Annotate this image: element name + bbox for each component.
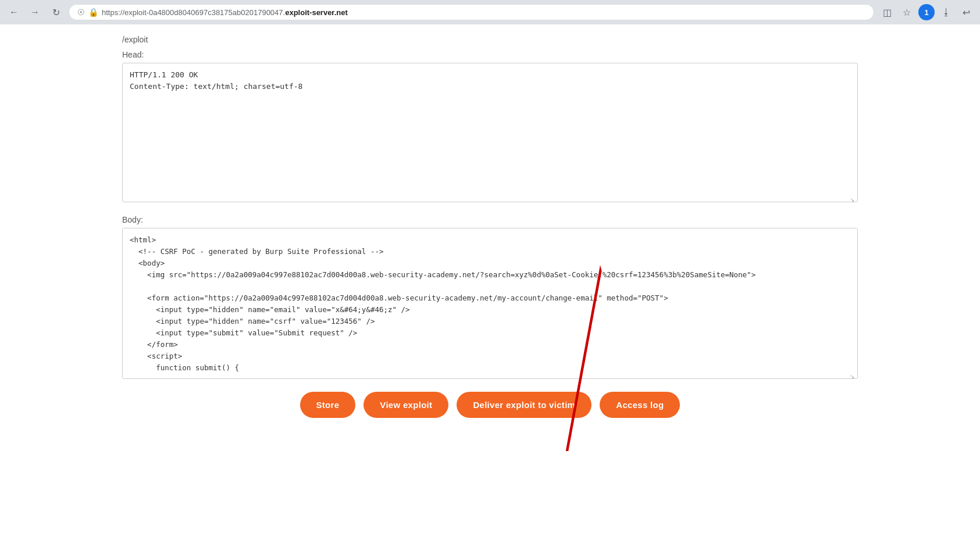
body-textarea[interactable]: <html> <!-- CSRF PoC - generated by Burp… [122, 228, 858, 379]
extensions-button[interactable]: ◫ [879, 4, 895, 20]
body-label: Body: [122, 215, 858, 224]
shield-icon: ☉ [77, 8, 85, 17]
head-textarea-wrapper: HTTP/1.1 200 OK Content-Type: text/html;… [122, 63, 858, 205]
url-bold: exploit-server.net [285, 8, 348, 17]
resize-handle-head: ↘ [850, 196, 857, 203]
browser-chrome: ← → ↻ ☉ 🔒 https://exploit-0a4800d8040697… [0, 0, 980, 24]
reload-button[interactable]: ↻ [48, 4, 64, 20]
bookmark-button[interactable]: ☆ [899, 4, 915, 20]
browser-actions: ◫ ☆ 1 ⭳ ↩ [879, 4, 974, 20]
store-button[interactable]: Store [300, 392, 356, 418]
head-textarea[interactable]: HTTP/1.1 200 OK Content-Type: text/html;… [122, 63, 858, 202]
notification-badge: 1 [918, 4, 935, 20]
url-normal: https://exploit-0a4800d8040697c38175ab02… [102, 8, 285, 17]
page-content: /exploit Head: HTTP/1.1 200 OK Content-T… [0, 24, 980, 533]
menu-button[interactable]: ↩ [958, 4, 974, 20]
download-button[interactable]: ⭳ [938, 4, 954, 20]
url-text: https://exploit-0a4800d8040697c38175ab02… [102, 8, 865, 17]
body-textarea-wrapper: <html> <!-- CSRF PoC - generated by Burp… [122, 228, 858, 381]
address-bar[interactable]: ☉ 🔒 https://exploit-0a4800d8040697c38175… [69, 4, 874, 20]
forward-button[interactable]: → [27, 4, 43, 20]
deliver-exploit-button[interactable]: Deliver exploit to victim [457, 392, 591, 418]
bottom-bar: Store View exploit Deliver exploit to vi… [122, 381, 858, 432]
view-exploit-button[interactable]: View exploit [364, 392, 448, 418]
resize-handle-body: ↘ [850, 373, 857, 380]
back-button[interactable]: ← [6, 4, 22, 20]
lock-icon: 🔒 [88, 8, 98, 17]
body-section: Body: <html> <!-- CSRF PoC - generated b… [122, 215, 858, 381]
exploit-path: /exploit [122, 24, 858, 50]
access-log-button[interactable]: Access log [600, 392, 680, 418]
head-label: Head: [122, 50, 858, 59]
